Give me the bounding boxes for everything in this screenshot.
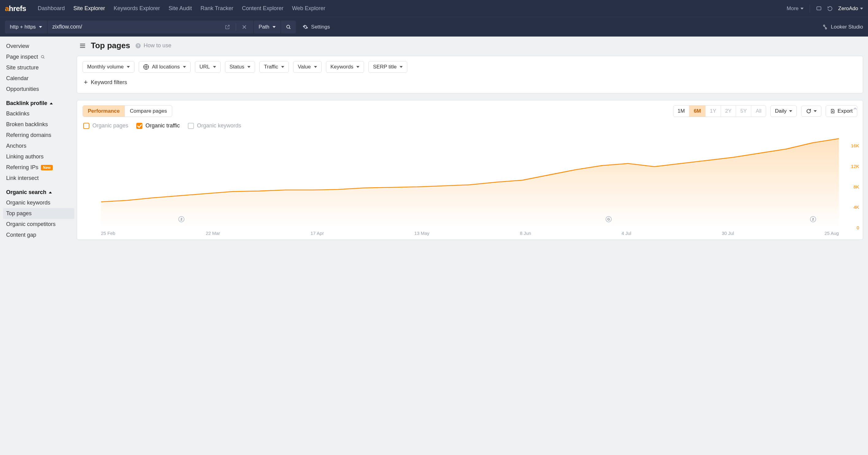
annotation-marker[interactable]: 2 bbox=[178, 216, 184, 222]
annotation-marker[interactable]: G bbox=[606, 216, 612, 222]
export-label: Export bbox=[838, 108, 852, 114]
chart-legend: Organic pagesOrganic trafficOrganic keyw… bbox=[83, 122, 857, 129]
filter-url[interactable]: URL bbox=[195, 61, 221, 73]
help-icon: ? bbox=[135, 43, 141, 49]
x-tick: 22 Mar bbox=[206, 231, 220, 236]
gear-icon bbox=[303, 24, 308, 30]
nav-item-site-audit[interactable]: Site Audit bbox=[164, 3, 196, 13]
refresh-icon[interactable] bbox=[827, 6, 833, 11]
legend-organic-traffic[interactable]: Organic traffic bbox=[136, 122, 180, 129]
nav-item-site-explorer[interactable]: Site Explorer bbox=[69, 3, 109, 13]
page-header: Top pages ? How to use bbox=[77, 36, 863, 56]
how-to-use[interactable]: ? How to use bbox=[135, 42, 171, 49]
legend-organic-keywords[interactable]: Organic keywords bbox=[188, 122, 241, 129]
chevron-down-icon bbox=[183, 66, 186, 68]
close-icon[interactable] bbox=[242, 24, 247, 30]
sidebar-item-overview[interactable]: Overview bbox=[3, 41, 74, 52]
sidebar-item-top-pages[interactable]: Top pages bbox=[3, 208, 74, 219]
nav-item-dashboard[interactable]: Dashboard bbox=[33, 3, 69, 13]
filter-value[interactable]: Value bbox=[293, 61, 321, 73]
filter-serp-title[interactable]: SERP title bbox=[368, 61, 407, 73]
settings-link[interactable]: Settings bbox=[303, 24, 330, 30]
sidebar-item-broken-backlinks[interactable]: Broken backlinks bbox=[3, 119, 74, 130]
sidebar-item-opportunities[interactable]: Opportunities bbox=[3, 84, 74, 95]
svg-line-9 bbox=[43, 58, 44, 59]
chevron-down-icon bbox=[127, 66, 130, 68]
x-axis: 25 Feb22 Mar17 Apr13 May8 Jun4 Jul30 Jul… bbox=[101, 231, 839, 236]
sidebar-item-site-structure[interactable]: Site structure bbox=[3, 62, 74, 73]
annotation-marker[interactable]: 2 bbox=[810, 216, 816, 222]
sidebar-group-organic-search[interactable]: Organic search bbox=[3, 184, 74, 198]
filter-label: Monthly volume bbox=[87, 64, 124, 70]
granularity-select[interactable]: Daily bbox=[770, 105, 797, 117]
chevron-down-icon bbox=[860, 8, 863, 9]
tab-performance[interactable]: Performance bbox=[83, 105, 125, 117]
menu-icon[interactable] bbox=[79, 42, 86, 49]
chevron-down-icon bbox=[356, 66, 360, 68]
filters-panel: Monthly volumeAll locationsURLStatusTraf… bbox=[77, 56, 863, 93]
open-external-icon[interactable] bbox=[225, 24, 230, 30]
sidebar-item-anchors[interactable]: Anchors bbox=[3, 141, 74, 151]
sidebar-item-content-gap[interactable]: Content gap bbox=[3, 230, 74, 240]
range-1m[interactable]: 1M bbox=[673, 105, 690, 117]
protocol-label: http + https bbox=[10, 24, 36, 30]
sidebar-item-backlinks[interactable]: Backlinks bbox=[3, 109, 74, 119]
chevron-down-icon bbox=[814, 110, 817, 112]
nav-item-content-explorer[interactable]: Content Explorer bbox=[238, 3, 288, 13]
range-6m[interactable]: 6M bbox=[689, 105, 706, 117]
filter-all-locations[interactable]: All locations bbox=[139, 61, 191, 73]
checkbox bbox=[188, 123, 194, 129]
chevron-up-icon bbox=[49, 191, 52, 193]
keyword-filters-button[interactable]: +Keyword filters bbox=[83, 77, 857, 88]
y-tick: 16K bbox=[851, 143, 859, 148]
filter-label: SERP title bbox=[373, 64, 397, 70]
chevron-up-icon bbox=[50, 102, 53, 104]
chat-button[interactable] bbox=[801, 105, 822, 117]
chevron-down-icon bbox=[281, 66, 284, 68]
search-button[interactable] bbox=[281, 21, 296, 33]
filter-label: URL bbox=[199, 64, 210, 70]
filter-status[interactable]: Status bbox=[225, 61, 255, 73]
sidebar-item-calendar[interactable]: Calendar bbox=[3, 73, 74, 84]
range-5y[interactable]: 5Y bbox=[736, 105, 751, 117]
range-1y[interactable]: 1Y bbox=[706, 105, 721, 117]
filter-monthly-volume[interactable]: Monthly volume bbox=[83, 61, 134, 73]
nav-item-rank-tracker[interactable]: Rank Tracker bbox=[196, 3, 238, 13]
range-2y[interactable]: 2Y bbox=[721, 105, 736, 117]
range-all[interactable]: All bbox=[751, 105, 766, 117]
sidebar-item-page-inspect[interactable]: Page inspect bbox=[3, 52, 74, 62]
nav-more[interactable]: More bbox=[787, 5, 804, 12]
svg-line-4 bbox=[289, 28, 290, 29]
nav-item-web-explorer[interactable]: Web Explorer bbox=[288, 3, 330, 13]
y-tick: 0 bbox=[857, 225, 859, 230]
looker-icon bbox=[822, 24, 828, 30]
x-tick: 25 Aug bbox=[825, 231, 839, 236]
account-label: ZeroAdo bbox=[838, 5, 858, 12]
protocol-select[interactable]: http + https bbox=[5, 21, 47, 33]
sidebar-item-linking-authors[interactable]: Linking authors bbox=[3, 151, 74, 162]
range-tabs: 1M6M1Y2Y5YAll bbox=[673, 105, 766, 117]
mode-select[interactable]: Path bbox=[254, 21, 281, 33]
filter-keywords[interactable]: Keywords bbox=[326, 61, 364, 73]
brand-rest: hrefs bbox=[9, 4, 26, 12]
sidebar-item-organic-keywords[interactable]: Organic keywords bbox=[3, 198, 74, 208]
tab-compare-pages[interactable]: Compare pages bbox=[125, 105, 172, 117]
search-icon bbox=[286, 24, 291, 30]
brand-logo[interactable]: ahrefs bbox=[5, 4, 26, 13]
sidebar-item-referring-domains[interactable]: Referring domains bbox=[3, 130, 74, 141]
display-icon[interactable] bbox=[816, 6, 822, 11]
sidebar-group-backlink-profile[interactable]: Backlink profile bbox=[3, 95, 74, 109]
looker-link[interactable]: Looker Studio bbox=[822, 24, 863, 30]
sidebar-item-referring-ips[interactable]: Referring IPs New bbox=[3, 162, 74, 173]
x-tick: 30 Jul bbox=[722, 231, 734, 236]
nav-item-keywords-explorer[interactable]: Keywords Explorer bbox=[109, 3, 164, 13]
url-input[interactable]: zixflow.com/ bbox=[48, 21, 253, 33]
collapse-button[interactable] bbox=[852, 106, 858, 112]
sidebar-item-link-intersect[interactable]: Link intersect bbox=[3, 173, 74, 184]
legend-organic-pages[interactable]: Organic pages bbox=[83, 122, 128, 129]
account-menu[interactable]: ZeroAdo bbox=[838, 5, 863, 12]
chart-panel: PerformanceCompare pages 1M6M1Y2Y5YAll D… bbox=[77, 100, 863, 240]
y-tick: 12K bbox=[851, 164, 859, 169]
filter-traffic[interactable]: Traffic bbox=[259, 61, 289, 73]
sidebar-item-organic-competitors[interactable]: Organic competitors bbox=[3, 219, 74, 230]
